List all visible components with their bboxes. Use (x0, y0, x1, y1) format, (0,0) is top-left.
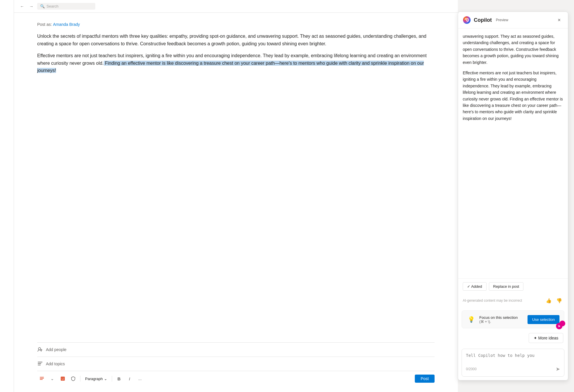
char-count: 0/2000 (466, 367, 477, 371)
add-people-icon (37, 347, 43, 353)
copilot-body: unwavering support. They act as seasoned… (458, 28, 568, 278)
post-as-label: Post as: (37, 22, 52, 27)
copilot-input-footer: 0/2000 ➤ (466, 366, 560, 372)
more-ideas-row: ✦ More ideas (458, 331, 568, 346)
more-options-btn[interactable]: ... (135, 374, 145, 383)
copilot-text-content: unwavering support. They act as seasoned… (463, 33, 563, 122)
feedback-text: AI-generated content may be incorrect (463, 299, 542, 303)
editor-toolbar: ⌄ Paragraph ⌄ (37, 371, 435, 386)
post-button[interactable]: Post (415, 375, 435, 383)
post-bottom: Add people Add topics (37, 342, 435, 386)
added-button[interactable]: ✓ Added (463, 282, 487, 291)
send-button[interactable]: ➤ (556, 366, 560, 372)
paragraph-dropdown[interactable]: Paragraph ⌄ (83, 375, 110, 382)
shield-btn[interactable] (69, 374, 78, 383)
cursor-indicator: ➤ (556, 323, 562, 329)
search-placeholder: Search (46, 4, 58, 8)
forward-icon[interactable]: → (28, 3, 35, 10)
thumbs-up-button[interactable]: 👍 (545, 296, 553, 305)
format-icon-btn[interactable] (37, 374, 46, 383)
svg-rect-2 (38, 363, 41, 364)
lightbulb-icon: 💡 (467, 315, 476, 324)
post-as-line: Post as: Amanda Brady (37, 22, 435, 27)
paragraph-label: Paragraph (85, 377, 103, 381)
main-content-area: ← → 🔍 Search Post as: Amanda Brady Unloc… (14, 0, 458, 392)
add-people-row[interactable]: Add people (37, 343, 435, 357)
svg-rect-7 (61, 377, 65, 381)
copilot-preview-badge: Preview (496, 18, 508, 22)
paragraph-2: Effective mentors are not just teachers … (37, 52, 435, 74)
svg-rect-4 (40, 377, 44, 377)
toolbar-separator-2 (112, 376, 112, 382)
copilot-title: Copilot (474, 17, 492, 23)
copilot-logo-icon (463, 16, 471, 24)
feedback-row: AI-generated content may be incorrect 👍 … (458, 294, 568, 308)
top-bar: ← → 🔍 Search (14, 0, 458, 13)
svg-point-9 (63, 378, 64, 379)
add-topics-label: Add topics (46, 362, 65, 366)
svg-rect-5 (40, 378, 44, 379)
replace-in-post-button[interactable]: Replace in post (489, 282, 524, 291)
svg-rect-6 (40, 379, 43, 380)
svg-rect-1 (38, 362, 42, 362)
bold-btn[interactable]: B (114, 374, 124, 383)
author-name[interactable]: Amanda Brady (53, 22, 80, 27)
italic-btn[interactable]: I (125, 374, 134, 383)
focus-shortcut: (⌘ + \). (479, 320, 524, 324)
copilot-input-area: 0/2000 ➤ (462, 349, 564, 377)
svg-rect-3 (38, 365, 41, 365)
copilot-close-button[interactable]: × (555, 16, 563, 24)
thumbs-down-button[interactable]: 👎 (555, 296, 563, 305)
left-sidebar (0, 0, 14, 392)
copilot-body-text-2: Effective mentors are not just teachers … (463, 70, 563, 122)
copilot-actions: ✓ Added Replace in post (458, 278, 568, 294)
dropdown-arrow-icon: ⌄ (104, 377, 107, 381)
post-content: Unlock the secrets of impactful mentors … (37, 33, 435, 342)
svg-point-8 (62, 378, 62, 379)
paragraph-1: Unlock the secrets of impactful mentors … (37, 33, 435, 47)
back-icon[interactable]: ← (19, 3, 26, 10)
svg-point-0 (38, 348, 41, 350)
add-people-label: Add people (46, 347, 67, 352)
search-icon: 🔍 (40, 4, 45, 8)
use-selection-button[interactable]: Use selection (528, 315, 559, 324)
post-area: Post as: Amanda Brady Unlock the secrets… (14, 13, 458, 392)
copilot-panel: Copilot Preview × unwavering support. Th… (458, 12, 568, 380)
svg-point-11 (466, 19, 468, 21)
focus-selection-area: 💡 Focus on this selection (⌘ + \). Use s… (462, 310, 564, 328)
copilot-header: Copilot Preview × (458, 12, 568, 28)
focus-title: Focus on this selection (479, 315, 524, 320)
nav-controls: ← → (19, 3, 35, 10)
more-ideas-button[interactable]: ✦ More ideas (529, 333, 563, 343)
search-box[interactable]: 🔍 Search (37, 3, 95, 10)
add-topics-row[interactable]: Add topics (37, 357, 435, 371)
emoji-btn[interactable] (58, 374, 67, 383)
focus-text: Focus on this selection (⌘ + \). (479, 315, 524, 324)
toolbar-separator-1 (80, 376, 80, 382)
format-dropdown-arrow[interactable]: ⌄ (48, 374, 57, 383)
add-topics-icon (37, 361, 43, 367)
copilot-input-field[interactable] (466, 353, 560, 362)
copilot-body-text-1: unwavering support. They act as seasoned… (463, 33, 563, 66)
